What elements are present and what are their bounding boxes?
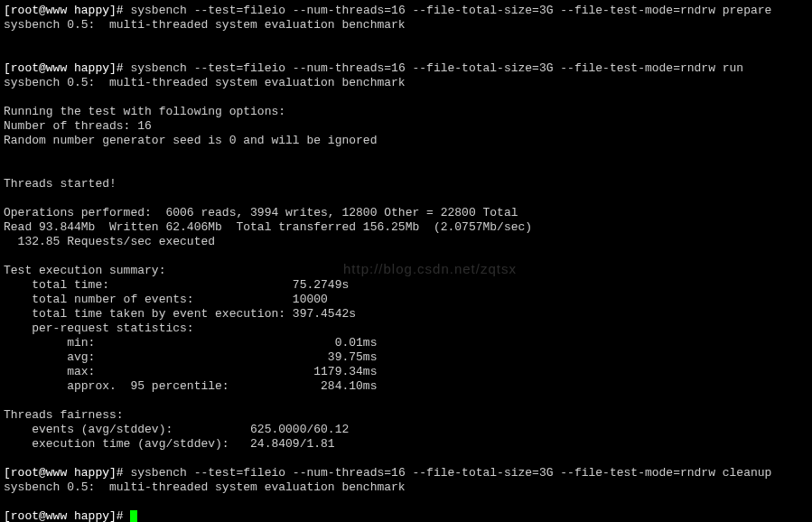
terminal-line: [root@www happy]# sysbench --test=fileio… — [4, 4, 808, 18]
output-line: total number of events: 10000 — [4, 293, 808, 307]
blank-line — [4, 191, 808, 206]
output-line: Operations performed: 6006 reads, 3994 w… — [4, 206, 808, 220]
shell-prompt: [root@www happy]# — [4, 466, 130, 480]
blank-line — [4, 148, 808, 163]
command-text: sysbench --test=fileio --num-threads=16 … — [130, 61, 743, 75]
output-line: events (avg/stddev): 625.0000/60.12 — [4, 423, 808, 437]
output-line: Threads started! — [4, 177, 808, 191]
command-text: sysbench --test=fileio --num-threads=16 … — [130, 4, 771, 17]
command-text: sysbench --test=fileio --num-threads=16 … — [130, 466, 771, 480]
blank-line — [4, 249, 808, 264]
output-line: Read 93.844Mb Written 62.406Mb Total tra… — [4, 220, 808, 235]
output-line: Test execution summary: — [4, 264, 808, 278]
blank-line — [4, 47, 808, 61]
blank-line — [4, 495, 808, 509]
output-line: Random number generator seed is 0 and wi… — [4, 134, 808, 148]
shell-prompt: [root@www happy]# — [4, 4, 130, 17]
output-line: 132.85 Requests/sec executed — [4, 235, 808, 249]
blank-line — [4, 452, 808, 466]
terminal-line: [root@www happy]# sysbench --test=fileio… — [4, 61, 808, 76]
output-line: sysbench 0.5: multi-threaded system eval… — [4, 76, 808, 90]
output-line: total time taken by event execution: 397… — [4, 307, 808, 322]
output-line: execution time (avg/stddev): 24.8409/1.8… — [4, 437, 808, 452]
output-line: avg: 39.75ms — [4, 350, 808, 365]
output-line: max: 1179.34ms — [4, 365, 808, 379]
output-line: Running the test with following options: — [4, 105, 808, 119]
blank-line — [4, 90, 808, 105]
blank-line — [4, 33, 808, 47]
output-line: total time: 75.2749s — [4, 278, 808, 293]
terminal-line[interactable]: [root@www happy]# — [4, 509, 808, 522]
blank-line — [4, 394, 808, 408]
shell-prompt: [root@www happy]# — [4, 61, 130, 75]
terminal-line: [root@www happy]# sysbench --test=fileio… — [4, 466, 808, 480]
output-line: min: 0.01ms — [4, 336, 808, 350]
output-line: per-request statistics: — [4, 322, 808, 336]
cursor-icon — [130, 510, 137, 522]
output-line: Number of threads: 16 — [4, 119, 808, 134]
output-line: Threads fairness: — [4, 408, 808, 423]
blank-line — [4, 163, 808, 177]
output-line: sysbench 0.5: multi-threaded system eval… — [4, 18, 808, 33]
output-line: sysbench 0.5: multi-threaded system eval… — [4, 480, 808, 495]
output-line: approx. 95 percentile: 284.10ms — [4, 379, 808, 394]
shell-prompt: [root@www happy]# — [4, 509, 130, 522]
